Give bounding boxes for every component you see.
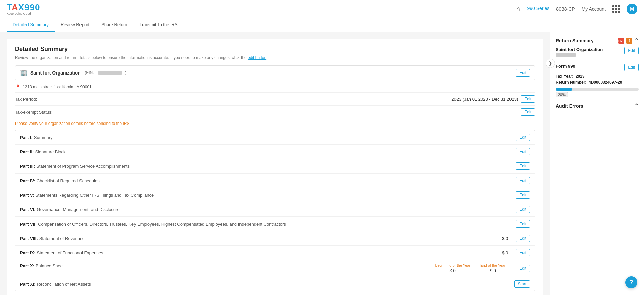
org-name: Saint fort Organization [30, 70, 81, 76]
part-left: Part XI: Reconciliation of Net Assets [20, 282, 514, 287]
part-name: Part IV: [20, 178, 35, 183]
tab-detailed-summary[interactable]: Detailed Summary [7, 18, 55, 32]
collapse-icon[interactable]: ⌃ [634, 37, 639, 44]
sidebar-tax-year-label: Tax Year: [556, 74, 573, 79]
org-ein-value [98, 71, 122, 75]
part-name: Part I: [20, 135, 33, 140]
part8-edit-button[interactable]: Edit [516, 235, 530, 242]
tax-period-row: Tax Period: 2023 (Jan 01 2023 - Dec 31 2… [15, 92, 535, 105]
part2-edit-button[interactable]: Edit [516, 148, 530, 155]
return-summary-title: Return Summary [556, 38, 594, 43]
table-row: Part I: Summary Edit [15, 130, 535, 145]
sidebar-return-number: Return Number: 4D0000324697-20 [556, 80, 639, 85]
edit-link[interactable]: edit button [248, 55, 266, 60]
part10-boy-label: Beginning of the Year [435, 263, 470, 267]
part-name: Part X: [20, 263, 34, 268]
logo: TAX990 [7, 2, 40, 13]
address-row: 📍 1213 main street 1 california, IA 9000… [15, 83, 535, 92]
part4-edit-button[interactable]: Edit [516, 177, 530, 184]
part-desc: Reconciliation of Net Assets [37, 282, 91, 287]
pin-icon: 📍 [15, 84, 21, 90]
part10-boy-value: $ 0 [435, 268, 470, 273]
part-left: Part X: Balance Sheet [20, 263, 435, 268]
part-desc: Statement of Revenue [39, 236, 83, 241]
sidebar-form-row: Form 990 Edit [556, 64, 639, 71]
part-left: Part III: Statement of Program Service A… [20, 164, 516, 169]
part-left: Part VI: Governance, Management, and Dis… [20, 207, 516, 212]
logo-area: TAX990 Keep Doing Good [7, 2, 40, 15]
part3-edit-button[interactable]: Edit [516, 162, 530, 170]
nav-my-account[interactable]: My Account [582, 6, 606, 12]
part-left: Part I: Summary [20, 135, 516, 140]
part10-eoy-group: End of the Year $ 0 [480, 263, 505, 273]
part-desc: Statement of Program Service Accomplishm… [36, 164, 130, 169]
sidebar-return-number-label: Return Number: [556, 80, 586, 85]
tax-exempt-row: Tax-exempt Status: Edit [15, 105, 535, 118]
audit-errors-title: Audit Errors [556, 103, 583, 109]
page-title: Detailed Summary [15, 46, 535, 53]
org-ein-label: (EIN: [84, 70, 95, 75]
main-layout: Detailed Summary Review the organization… [0, 32, 644, 295]
content-area: Detailed Summary Review the organization… [0, 32, 550, 295]
part-name: Part VI: [20, 207, 36, 212]
part-name: Part XI: [20, 282, 36, 287]
part5-edit-button[interactable]: Edit [516, 191, 530, 199]
header: TAX990 Keep Doing Good ⌂ 990 Series 8038… [0, 0, 644, 18]
audit-collapse-icon[interactable]: ⌃ [634, 103, 639, 109]
part8-amount: $ 0 [502, 236, 508, 241]
tab-share-return[interactable]: Share Return [95, 18, 133, 32]
part1-edit-button[interactable]: Edit [516, 134, 530, 141]
part-desc: Summary [34, 135, 53, 140]
sidebar-org-name: Saint fort Organization [556, 47, 603, 52]
org-ein-close: ) [125, 70, 126, 75]
avatar[interactable]: M [627, 4, 637, 14]
part-desc: Checklist of Required Schedules [37, 178, 100, 183]
page-subtitle: Review the organization and return detai… [15, 55, 535, 60]
part9-edit-button[interactable]: Edit [516, 249, 530, 256]
sidebar-org-edit-button[interactable]: Edit [624, 47, 639, 54]
part-desc: Statement of Functional Expenses [37, 250, 103, 255]
table-row: Part III: Statement of Program Service A… [15, 159, 535, 174]
audit-errors-section: Audit Errors ⌃ [556, 103, 639, 109]
part-left: Part IX: Statement of Functional Expense… [20, 250, 502, 255]
parts-container: Part I: Summary Edit Part II: Signature … [15, 130, 535, 291]
org-edit-button[interactable]: Edit [516, 69, 530, 77]
part-desc: Signature Block [35, 149, 65, 154]
table-row: Part IV: Checklist of Required Schedules… [15, 174, 535, 188]
org-block: 🏢 Saint fort Organization (EIN: ) Edit [15, 65, 535, 80]
help-button[interactable]: ? [625, 276, 637, 288]
sidebar-icons: PDF ⇩ ⌃ [618, 37, 639, 44]
progress-label-area: 20% [556, 92, 639, 97]
sidebar-toggle-button[interactable]: ❯ [546, 59, 555, 68]
tax-period-label: Tax Period: [15, 97, 37, 102]
nav-990-series[interactable]: 990 Series [527, 6, 549, 12]
part-name: Part V: [20, 193, 34, 198]
sidebar-org-info: Saint fort Organization [556, 47, 603, 61]
sidebar-form-edit-button[interactable]: Edit [624, 64, 639, 71]
part11-start-button[interactable]: Start [514, 280, 530, 288]
part7-edit-button[interactable]: Edit [516, 220, 530, 228]
sidebar-org-ein [556, 53, 576, 57]
header-right: ⌂ 990 Series 8038-CP My Account M [516, 4, 637, 14]
pdf-icon[interactable]: PDF [618, 38, 624, 44]
tax-exempt-edit-button[interactable]: Edit [521, 108, 535, 116]
part6-edit-button[interactable]: Edit [516, 206, 530, 213]
download-icon[interactable]: ⇩ [626, 38, 632, 44]
tab-transmit-irs[interactable]: Transmit To the IRS [133, 18, 184, 32]
table-row: Part VIII: Statement of Revenue $ 0 Edit [15, 231, 535, 246]
verify-notice: Please verify your organization details … [15, 118, 535, 130]
part-name: Part IX: [20, 250, 36, 255]
progress-bar-outer [556, 88, 639, 91]
tab-review-report[interactable]: Review Report [55, 18, 95, 32]
home-icon[interactable]: ⌂ [516, 5, 520, 13]
building-icon: 🏢 [20, 69, 28, 77]
grid-icon[interactable] [612, 5, 620, 13]
nav-8038cp[interactable]: 8038-CP [556, 6, 575, 12]
sidebar-return-number-value: 4D0000324697-20 [589, 80, 622, 85]
part10-edit-button[interactable]: Edit [516, 265, 530, 272]
part-left: Part VIII: Statement of Revenue [20, 236, 502, 241]
sidebar: ❯ Return Summary PDF ⇩ ⌃ Saint fort Orga… [550, 32, 644, 295]
part-name: Part II: [20, 149, 34, 154]
tax-period-edit-button[interactable]: Edit [521, 95, 535, 103]
part9-amount: $ 0 [502, 250, 508, 255]
